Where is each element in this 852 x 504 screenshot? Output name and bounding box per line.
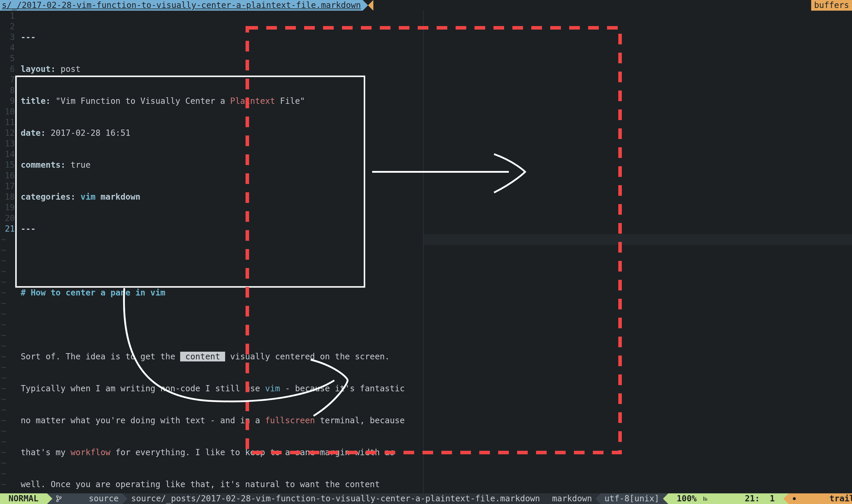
- line-number: 5: [0, 53, 18, 64]
- tilde-empty-line: ~: [0, 479, 6, 490]
- tilde-empty-line: ~: [0, 320, 6, 330]
- svg-point-5: [793, 497, 796, 500]
- tilde-empty-line: ~: [0, 447, 6, 458]
- tilde-empty-line: ~: [0, 330, 6, 341]
- tilde-empty-line: ~: [0, 288, 6, 298]
- trailing-whitespace-warning: trailing[16]: [789, 493, 852, 504]
- separator-icon: [47, 493, 52, 504]
- svg-point-4: [59, 497, 61, 498]
- tilde-empty-line: ~: [0, 266, 6, 277]
- tilde-empty-line: ~: [0, 426, 6, 436]
- line-number: 12: [0, 128, 18, 139]
- mode-indicator: NORMAL: [0, 493, 47, 504]
- line-number: 11: [0, 117, 18, 128]
- line-number: 17: [0, 181, 18, 192]
- editor-pane-left[interactable]: 123456789101112131415161718192021 --- la…: [0, 11, 423, 493]
- separator-icon: [663, 493, 668, 504]
- encoding-segment: utf-8[unix]: [601, 493, 663, 504]
- filetype-segment: markdown: [548, 493, 596, 504]
- code-area[interactable]: --- layout: post title: "Vim Function to…: [21, 11, 423, 493]
- percent-segment: 100%: [668, 493, 736, 504]
- empty-line-tildes: ~~~~~~~~~~~~~~~~~~~~~~~~~: [0, 234, 6, 493]
- highlighted-word: content: [180, 352, 225, 361]
- editor-pane-right[interactable]: [424, 11, 852, 493]
- line-number: 21: [0, 223, 18, 234]
- separator-icon: [596, 493, 601, 504]
- line-number: 6: [0, 64, 18, 74]
- tilde-empty-line: ~: [0, 352, 6, 362]
- tilde-empty-line: ~: [0, 362, 6, 373]
- line-number-gutter: 123456789101112131415161718192021: [0, 11, 18, 234]
- tilde-empty-line: ~: [0, 383, 6, 394]
- git-branch-segment: source: [52, 493, 122, 504]
- separator-icon: [783, 493, 789, 504]
- tilde-empty-line: ~: [0, 341, 6, 352]
- tilde-empty-line: ~: [0, 490, 6, 493]
- tilde-empty-line: ~: [0, 373, 6, 383]
- line-number: 1: [0, 11, 18, 21]
- cursor-position: 21: 1: [736, 493, 783, 504]
- tilde-empty-line: ~: [0, 468, 6, 479]
- cursor-line-right: [424, 234, 852, 245]
- line-number: 18: [0, 192, 18, 202]
- line-number: 20: [0, 213, 18, 223]
- separator-icon: [122, 493, 127, 504]
- tab-separator-icon: [363, 0, 368, 11]
- line-number: 4: [0, 42, 18, 53]
- buffers-label[interactable]: buffers: [811, 0, 852, 11]
- editor: 123456789101112131415161718192021 --- la…: [0, 11, 852, 493]
- line-number: 2: [0, 21, 18, 32]
- tilde-empty-line: ~: [0, 415, 6, 426]
- tilde-empty-line: ~: [0, 394, 6, 404]
- line-number: 16: [0, 170, 18, 181]
- line-number: 3: [0, 32, 18, 42]
- tilde-empty-line: ~: [0, 298, 6, 309]
- line-number: 8: [0, 85, 18, 96]
- line-number: 9: [0, 96, 18, 107]
- line-number: 14: [0, 149, 18, 160]
- svg-point-3: [56, 500, 58, 502]
- buffers-separator-icon: [368, 0, 373, 11]
- line-number: 19: [0, 202, 18, 213]
- tab-bar: s/_/2017-02-28-vim-function-to-visually-…: [0, 0, 852, 11]
- line-number: 10: [0, 107, 18, 117]
- tilde-empty-line: ~: [0, 458, 6, 468]
- status-line: NORMAL source source/_posts/2017-02-28-v…: [0, 493, 852, 504]
- svg-point-2: [56, 496, 58, 498]
- line-number: 13: [0, 139, 18, 149]
- frontmatter-delim: ---: [21, 32, 36, 42]
- tilde-empty-line: ~: [0, 234, 6, 245]
- tab-active[interactable]: s/_/2017-02-28-vim-function-to-visually-…: [0, 0, 363, 11]
- line-number: 7: [0, 74, 18, 85]
- tilde-empty-line: ~: [0, 309, 6, 320]
- tilde-empty-line: ~: [0, 436, 6, 447]
- tilde-empty-line: ~: [0, 255, 6, 266]
- tilde-empty-line: ~: [0, 404, 6, 415]
- file-path: source/_posts/2017-02-28-vim-function-to…: [127, 493, 548, 504]
- line-number: 15: [0, 160, 18, 170]
- tilde-empty-line: ~: [0, 277, 6, 288]
- git-branch-name: source: [89, 493, 119, 504]
- tilde-empty-line: ~: [0, 245, 6, 255]
